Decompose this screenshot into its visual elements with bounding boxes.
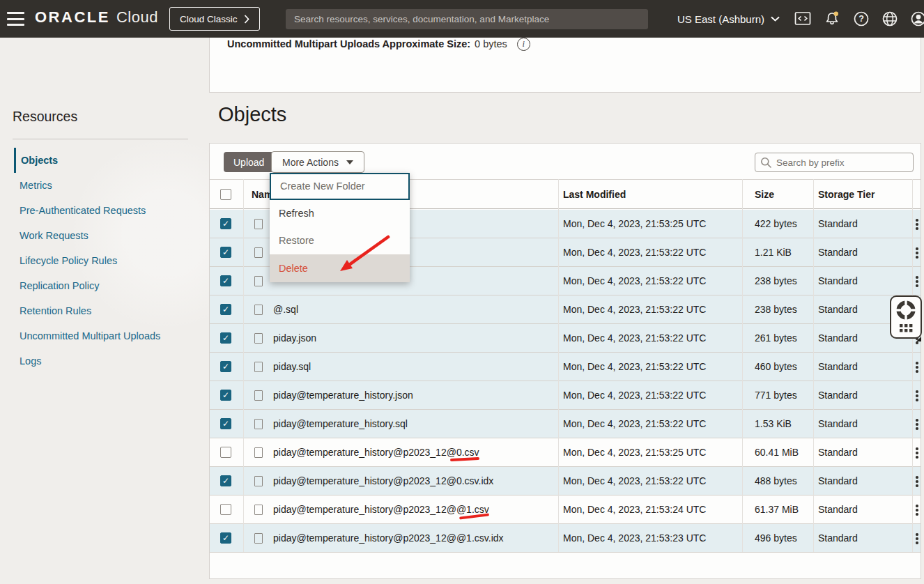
chevron-right-icon [244,15,249,24]
menu-item-create-new-folder[interactable]: Create New Folder [270,173,410,200]
row-checkbox[interactable] [220,390,231,401]
table-row[interactable]: piday.sql Mon, Dec 4, 2023, 21:53:22 UTC… [210,353,921,381]
top-bar: ORACLE Cloud Cloud Classic US East (Ashb… [0,0,924,38]
sidebar-item-label: Replication Policy [20,280,99,291]
last-modified: Mon, Dec 4, 2023, 21:53:24 UTC [563,495,706,523]
menu-item-restore[interactable]: Restore [270,227,410,254]
row-checkbox[interactable] [220,361,231,372]
oracle-cloud-logo: ORACLE Cloud [35,8,158,26]
row-checkbox[interactable] [220,218,231,229]
file-icon [254,390,263,401]
hamburger-menu-icon[interactable] [7,12,25,26]
object-name: piday@temperature_history@p2023_12@0.csv… [273,467,493,495]
column-header-storage-tier[interactable]: Storage Tier [818,180,875,209]
bucket-summary-card: Uncommitted Multipart Uploads Approximat… [209,38,921,93]
object-size: 61.37 MiB [755,495,799,523]
table-row[interactable]: piday@temperature_history@p2023_12@0.csv… [210,438,921,467]
row-actions-kebab[interactable] [912,359,922,376]
grid-dots-icon[interactable] [900,324,913,332]
sidebar-item-objects[interactable]: Objects [14,148,202,173]
storage-tier: Standard [818,267,858,295]
row-checkbox[interactable] [220,304,231,315]
row-checkbox[interactable] [220,532,231,544]
row-checkbox[interactable] [220,247,231,258]
object-name: piday@temperature_history.json [273,381,413,409]
chevron-down-icon [771,16,780,22]
user-avatar-icon[interactable] [910,10,924,27]
storage-tier: Standard [818,353,858,381]
row-actions-kebab[interactable] [912,473,922,490]
language-globe-icon[interactable] [881,10,898,27]
cloud-classic-button[interactable]: Cloud Classic [169,7,260,31]
last-modified: Mon, Dec 4, 2023, 21:53:25 UTC [563,438,706,466]
object-name: piday@temperature_history@p2023_12@@1.cs… [273,495,489,523]
more-actions-button[interactable]: More Actions [271,151,364,173]
row-actions-kebab[interactable] [912,416,922,433]
table-row[interactable]: piday@temperature_history@p2023_12@0.csv… [210,467,921,495]
row-checkbox[interactable] [220,504,231,515]
search-by-prefix-input[interactable] [755,153,914,172]
sidebar-item-logs[interactable]: Logs [14,348,202,374]
sidebar-item-lifecycle-policy-rules[interactable]: Lifecycle Policy Rules [14,248,202,273]
code-console-icon[interactable] [794,10,811,27]
column-header-size[interactable]: Size [755,180,774,209]
sidebar-item-replication-policy[interactable]: Replication Policy [14,273,202,298]
row-actions-kebab[interactable] [912,273,922,290]
file-icon [254,247,263,258]
oracle-cloud-console: ORACLE Cloud Cloud Classic US East (Ashb… [0,0,924,584]
last-modified: Mon, Dec 4, 2023, 21:53:22 UTC [563,467,706,495]
object-name: piday@temperature_history@p2023_12@0.csv [273,438,479,466]
brand-oracle: ORACLE [35,8,110,26]
storage-tier: Standard [818,495,858,523]
row-checkbox[interactable] [220,332,231,344]
file-icon [254,219,263,229]
notification-dot [834,12,838,16]
notifications-bell-icon[interactable] [824,10,840,27]
last-modified: Mon, Dec 4, 2023, 21:53:23 UTC [563,524,706,552]
object-size: 238 bytes [755,267,797,295]
sidebar-item-work-requests[interactable]: Work Requests [14,223,202,248]
resources-sidebar: Resources Objects Metrics Pre-Authentica… [0,38,209,584]
storage-tier: Standard [818,438,858,466]
row-actions-kebab[interactable] [912,445,922,461]
storage-tier: Standard [818,295,858,323]
widget-corner-handle [916,337,921,341]
row-checkbox[interactable] [220,418,231,429]
row-actions-kebab[interactable] [912,216,922,233]
column-divider [912,179,913,552]
sidebar-item-metrics[interactable]: Metrics [14,173,202,198]
global-search-input[interactable] [286,9,648,29]
row-actions-kebab[interactable] [912,530,922,547]
help-icon[interactable]: ? [853,10,870,27]
menu-item-delete[interactable]: Delete [270,254,410,282]
sidebar-item-pre-authenticated-requests[interactable]: Pre-Authenticated Requests [14,198,202,223]
table-row[interactable]: piday@temperature_history@p2023_12@@1.cs… [210,524,921,553]
object-name: piday.sql [273,353,311,381]
sidebar-item-retention-rules[interactable]: Retention Rules [14,298,202,323]
row-checkbox[interactable] [220,275,231,286]
file-icon [254,305,263,315]
storage-tier: Standard [818,410,858,438]
region-selector[interactable]: US East (Ashburn) [677,0,780,38]
table-row[interactable]: @.sql Mon, Dec 4, 2023, 21:53:22 UTC 238… [210,295,921,324]
row-actions-kebab[interactable] [912,502,922,518]
sidebar-item-uncommitted-multipart-uploads[interactable]: Uncommitted Multipart Uploads [14,323,202,348]
svg-text:?: ? [858,14,864,24]
table-row[interactable]: piday@temperature_history@p2023_12@@1.cs… [210,495,921,524]
info-icon[interactable]: i [517,38,530,51]
row-actions-kebab[interactable] [912,245,922,261]
table-row[interactable]: piday@temperature_history.json Mon, Dec … [210,381,921,410]
object-size: 460 bytes [755,353,797,381]
table-row[interactable]: piday.json Mon, Dec 4, 2023, 21:53:22 UT… [210,324,921,353]
menu-item-refresh[interactable]: Refresh [270,200,410,227]
table-row[interactable]: piday@temperature_history.sql Mon, Dec 4… [210,410,921,438]
row-checkbox[interactable] [220,447,231,458]
support-widget[interactable] [890,295,922,339]
row-actions-kebab[interactable] [912,387,922,404]
select-all-checkbox[interactable] [220,189,231,200]
file-icon [254,362,263,372]
life-ring-help-icon[interactable] [895,300,916,321]
row-checkbox[interactable] [220,475,231,486]
upload-button[interactable]: Upload [224,152,274,172]
column-header-last-modified[interactable]: Last Modified [563,180,626,209]
